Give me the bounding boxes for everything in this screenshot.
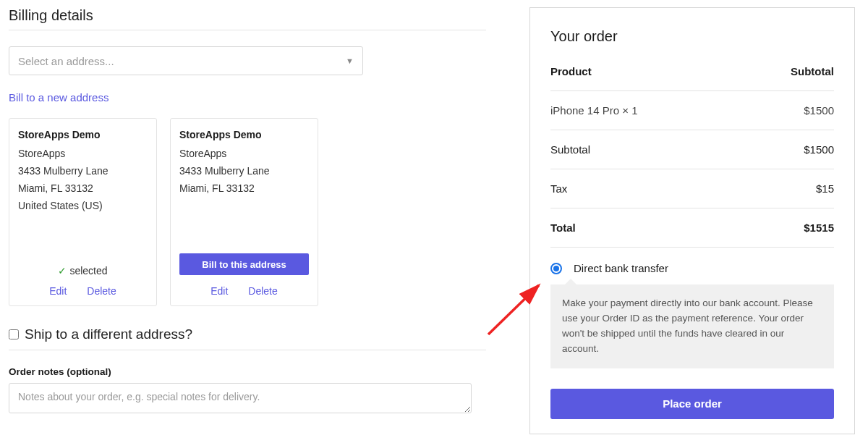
address-country: United States (US) (18, 200, 148, 211)
order-subtotal-label: Subtotal (550, 143, 590, 156)
place-order-button[interactable]: Place order (550, 389, 834, 419)
address-card: StoreApps Demo StoreApps 3433 Mulberry L… (170, 118, 318, 306)
bill-new-address-link[interactable]: Bill to a new address (9, 91, 109, 104)
order-notes-input[interactable] (9, 383, 472, 413)
bill-to-address-button[interactable]: Bill to this address (179, 253, 309, 275)
delete-address-link[interactable]: Delete (87, 285, 116, 297)
edit-address-link[interactable]: Edit (49, 285, 67, 297)
order-subtotal-value: $1500 (804, 143, 834, 156)
address-card: StoreApps Demo StoreApps 3433 Mulberry L… (9, 118, 157, 306)
ship-different-label: Ship to a different address? (25, 326, 192, 342)
payment-method-label: Direct bank transfer (574, 262, 668, 274)
billing-title: Billing details (9, 7, 486, 30)
payment-method-row[interactable]: Direct bank transfer (550, 248, 834, 284)
address-street: 3433 Mulberry Lane (179, 165, 309, 177)
address-city: Miami, FL 33132 (179, 182, 309, 194)
order-summary-panel: Your order Product Subtotal iPhone 14 Pr… (529, 7, 855, 434)
edit-address-link[interactable]: Edit (210, 285, 228, 297)
order-head-product: Product (550, 65, 592, 77)
order-tax-label: Tax (550, 182, 567, 195)
address-select[interactable]: Select an address... ▼ (9, 46, 363, 75)
order-title: Your order (550, 28, 834, 45)
payment-method-description: Make your payment directly into our bank… (550, 284, 834, 368)
order-tax-value: $15 (816, 182, 834, 195)
order-total-value: $1515 (804, 222, 834, 234)
address-company: StoreApps (179, 148, 309, 159)
address-city: Miami, FL 33132 (18, 182, 148, 194)
address-name: StoreApps Demo (18, 129, 148, 140)
order-total-label: Total (550, 222, 576, 234)
address-select-placeholder: Select an address... (18, 55, 114, 67)
order-item-name: iPhone 14 Pro × 1 (550, 104, 638, 117)
chevron-down-icon: ▼ (346, 56, 354, 65)
order-notes-label: Order notes (optional) (9, 366, 486, 377)
ship-different-row[interactable]: Ship to a different address? (9, 326, 486, 350)
delete-address-link[interactable]: Delete (248, 285, 277, 297)
order-head-subtotal: Subtotal (791, 65, 834, 77)
radio-selected-icon[interactable] (550, 263, 562, 274)
check-icon: ✓ (58, 265, 67, 277)
selected-badge: ✓selected (18, 265, 148, 277)
order-item-price: $1500 (804, 104, 834, 117)
address-company: StoreApps (18, 148, 148, 159)
ship-different-checkbox[interactable] (9, 329, 19, 339)
address-name: StoreApps Demo (179, 129, 309, 140)
address-street: 3433 Mulberry Lane (18, 165, 148, 177)
